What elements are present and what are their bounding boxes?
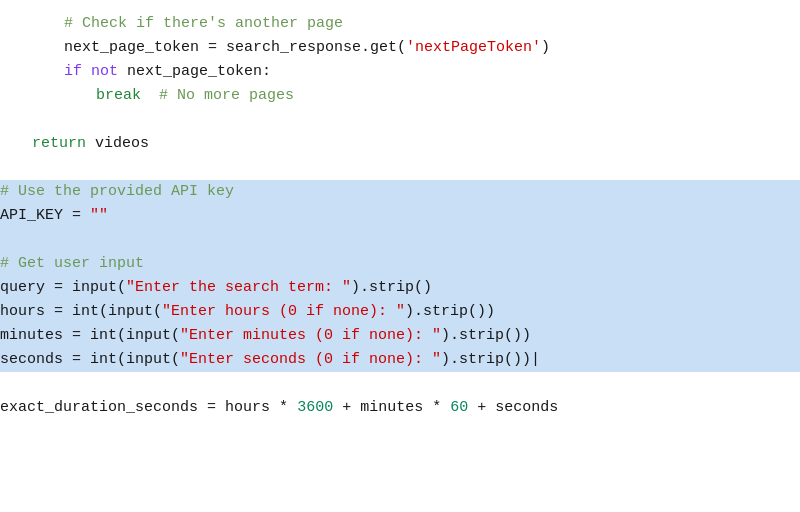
math-op-token: *	[432, 399, 441, 416]
string-token: 'nextPageToken'	[406, 39, 541, 56]
var-token: minutes	[360, 399, 423, 416]
op-token: =	[63, 327, 90, 344]
code-line: if not next_page_token:	[0, 60, 800, 84]
keyword-break-token: break	[96, 87, 141, 104]
string-token: "Enter hours (0 if none): "	[162, 303, 405, 320]
code-editor: # Check if there's another pagenext_page…	[0, 0, 800, 512]
op-token: videos	[86, 135, 149, 152]
num-token: 60	[450, 399, 468, 416]
code-line	[0, 372, 800, 396]
fn-token: int(input(	[90, 327, 180, 344]
op-token: next_page_token:	[118, 63, 271, 80]
op-token	[441, 399, 450, 416]
comment-token: # No more pages	[159, 87, 294, 104]
text-cursor: |	[531, 351, 540, 368]
keyword-if-token: if	[64, 63, 82, 80]
var-token: next_page_token	[64, 39, 199, 56]
op-token: =	[198, 399, 225, 416]
var-token: minutes	[0, 327, 63, 344]
fn-token: search_response.get(	[226, 39, 406, 56]
op-token: =	[63, 207, 90, 224]
code-line: minutes = int(input("Enter minutes (0 if…	[0, 324, 800, 348]
code-line: # Use the provided API key	[0, 180, 800, 204]
code-line: exact_duration_seconds = hours * 3600 + …	[0, 396, 800, 420]
fn-token: )	[541, 39, 550, 56]
op-token	[288, 399, 297, 416]
fn-token: ).strip())	[405, 303, 495, 320]
keyword-return-token: return	[32, 135, 86, 152]
var-token: hours	[225, 399, 270, 416]
op-token: =	[45, 303, 72, 320]
num-token: 3600	[297, 399, 333, 416]
var-token: exact_duration_seconds	[0, 399, 198, 416]
fn-token: input(	[72, 279, 126, 296]
var-token: hours	[0, 303, 45, 320]
fn-token: ).strip())	[441, 351, 531, 368]
fn-token: int(input(	[90, 351, 180, 368]
var-token: seconds	[0, 351, 63, 368]
code-line	[0, 108, 800, 132]
op-token	[270, 399, 279, 416]
string-token: "Enter minutes (0 if none): "	[180, 327, 441, 344]
comment-token: # Use the provided API key	[0, 183, 234, 200]
op-token: +	[333, 399, 360, 416]
fn-token: ).strip())	[441, 327, 531, 344]
comment-token: # Get user input	[0, 255, 144, 272]
op-token: =	[63, 351, 90, 368]
var-token: seconds	[495, 399, 558, 416]
code-line: break # No more pages	[0, 84, 800, 108]
string-token: ""	[90, 207, 108, 224]
keyword-not-token: not	[91, 63, 118, 80]
var-token: query	[0, 279, 45, 296]
op-token	[141, 87, 159, 104]
code-line: # Get user input	[0, 252, 800, 276]
math-op-token: *	[279, 399, 288, 416]
comment-token: # Check if there's another page	[64, 15, 343, 32]
code-line: # Check if there's another page	[0, 12, 800, 36]
string-token: "Enter the search term: "	[126, 279, 351, 296]
code-line	[0, 156, 800, 180]
op-token	[423, 399, 432, 416]
code-line: API_KEY = ""	[0, 204, 800, 228]
string-token: "Enter seconds (0 if none): "	[180, 351, 441, 368]
code-line: next_page_token = search_response.get('n…	[0, 36, 800, 60]
code-line: hours = int(input("Enter hours (0 if non…	[0, 300, 800, 324]
op-token	[82, 63, 91, 80]
fn-token: int(input(	[72, 303, 162, 320]
code-line	[0, 228, 800, 252]
var-token: API_KEY	[0, 207, 63, 224]
op-token: =	[45, 279, 72, 296]
code-line: query = input("Enter the search term: ")…	[0, 276, 800, 300]
code-line: return videos	[0, 132, 800, 156]
code-line: seconds = int(input("Enter seconds (0 if…	[0, 348, 800, 372]
fn-token: ).strip()	[351, 279, 432, 296]
op-token: +	[468, 399, 495, 416]
op-token: =	[199, 39, 226, 56]
